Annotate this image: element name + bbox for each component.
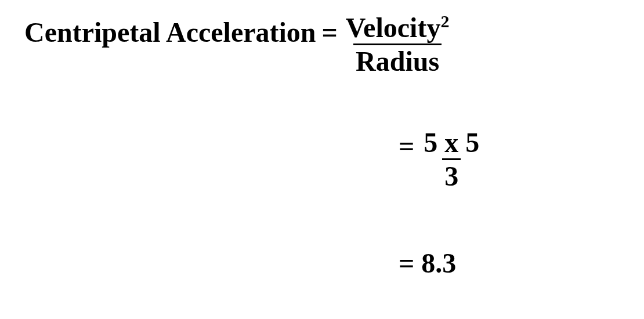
substitution-numerator: 5 x 5	[421, 128, 482, 158]
formula-denominator: Radius	[353, 44, 442, 77]
equals-sign: =	[399, 128, 414, 162]
result-value: 8.3	[421, 248, 456, 279]
formula-definition: Centripetal Acceleration = Velocity2 Rad…	[24, 13, 451, 77]
numerator-exponent: 2	[440, 12, 449, 31]
equals-sign: =	[399, 248, 414, 279]
formula-numerator: Velocity2	[343, 13, 452, 44]
lhs-label: Centripetal Acceleration	[24, 13, 316, 48]
substitution-step: = 5 x 5 3	[399, 128, 482, 192]
substitution-denominator: 3	[442, 158, 461, 192]
equals-sign: =	[322, 13, 338, 48]
substitution-fraction: 5 x 5 3	[421, 128, 482, 192]
formula-fraction: Velocity2 Radius	[343, 13, 452, 77]
numerator-base: Velocity	[346, 12, 441, 43]
result-step: = 8.3	[399, 248, 456, 279]
